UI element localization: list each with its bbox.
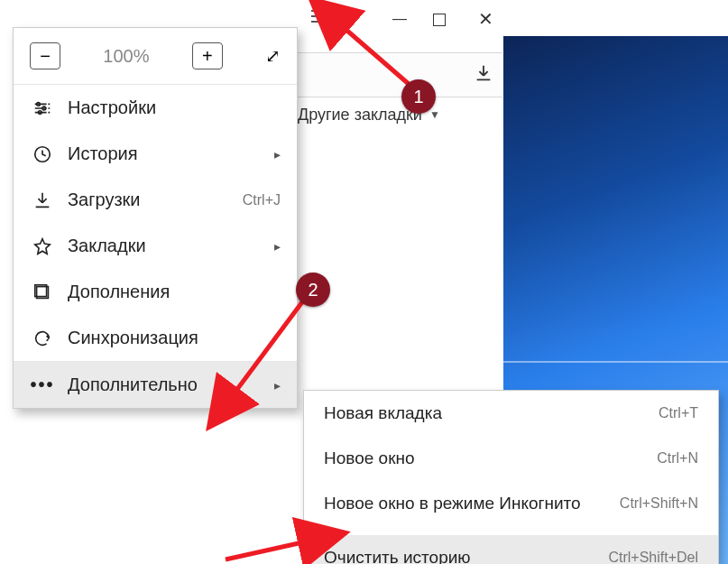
shortcut-label: Ctrl+Shift+N	[620, 495, 698, 512]
submenu-label: Новое окно в режиме Инкогнито	[324, 494, 581, 513]
window-maximize-button[interactable]	[433, 14, 446, 26]
menu-item-downloads[interactable]: Загрузки Ctrl+J	[14, 177, 297, 223]
menu-label: Синхронизация	[68, 328, 198, 348]
submenu-item-incognito[interactable]: Новое окно в режиме Инкогнито Ctrl+Shift…	[304, 481, 718, 526]
more-submenu: Новая вкладка Ctrl+T Новое окно Ctrl+N Н…	[303, 390, 719, 564]
shortcut-label: Ctrl+N	[657, 450, 698, 467]
menu-label: Дополнительно	[68, 374, 198, 395]
download-icon	[30, 190, 55, 210]
dropdown-icon: ▼	[429, 108, 440, 121]
zoom-value: 100%	[103, 46, 149, 67]
submenu-arrow-icon: ▸	[274, 239, 281, 254]
menu-item-bookmarks[interactable]: Закладки ▸	[14, 223, 297, 269]
svg-line-8	[226, 541, 307, 559]
addons-icon	[30, 282, 55, 302]
shortcut-label: Ctrl+Shift+Del	[608, 550, 698, 564]
submenu-label: Новое окно	[324, 448, 415, 468]
window-minimize-button[interactable]: —	[388, 7, 411, 31]
submenu-label: Новая вкладка	[324, 403, 442, 423]
settings-icon	[30, 98, 55, 118]
menu-label: История	[68, 143, 138, 164]
menu-label: Дополнения	[68, 282, 170, 302]
sync-icon	[30, 328, 55, 348]
shortcut-label: Ctrl+T	[659, 405, 698, 421]
fullscreen-button[interactable]: ⤢	[265, 45, 281, 67]
submenu-label: Очистить историю	[324, 548, 471, 564]
callout-badge-2: 2	[296, 273, 330, 307]
zoom-in-button[interactable]: +	[192, 42, 223, 69]
zoom-out-button[interactable]: −	[30, 42, 60, 69]
menu-label: Настройки	[68, 97, 156, 118]
menu-item-addons[interactable]: Дополнения	[14, 269, 297, 315]
shortcut-label: Ctrl+J	[243, 192, 281, 208]
downloads-button[interactable]	[474, 63, 493, 87]
main-menu: − 100% + ⤢ Настройки История ▸ Загрузки …	[13, 27, 298, 409]
menu-item-settings[interactable]: Настройки	[14, 85, 297, 131]
submenu-item-new-tab[interactable]: Новая вкладка Ctrl+T	[304, 391, 718, 436]
history-icon	[30, 144, 55, 164]
browser-toolbar	[298, 52, 502, 97]
submenu-arrow-icon: ▸	[274, 147, 281, 162]
window-close-button[interactable]: ✕	[474, 7, 497, 31]
zoom-controls: − 100% + ⤢	[14, 28, 297, 84]
menu-item-history[interactable]: История ▸	[14, 131, 297, 177]
submenu-arrow-icon: ▸	[274, 378, 281, 393]
other-bookmarks-button[interactable]: Другие закладки	[298, 106, 422, 125]
menu-label: Загрузки	[68, 190, 141, 210]
more-icon: •••	[30, 374, 55, 395]
menu-item-more[interactable]: ••• Дополнительно ▸	[14, 362, 297, 408]
menu-label: Закладки	[68, 236, 146, 256]
submenu-item-clear-history[interactable]: Очистить историю Ctrl+Shift+Del	[304, 535, 718, 564]
submenu-item-new-window[interactable]: Новое окно Ctrl+N	[304, 436, 718, 481]
star-icon	[30, 236, 55, 256]
hamburger-menu-button[interactable]	[309, 5, 330, 27]
callout-badge-1: 1	[401, 79, 436, 114]
menu-item-sync[interactable]: Синхронизация	[14, 315, 297, 361]
